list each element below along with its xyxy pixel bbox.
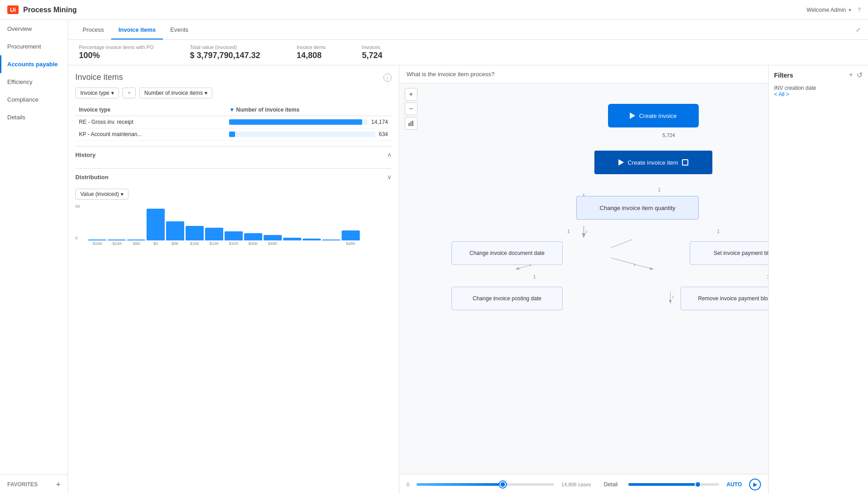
node-change-doc-date[interactable]: Change invoice document date	[451, 241, 563, 265]
bar-1	[108, 240, 126, 240]
process-svg: 1 1 1 1 1	[399, 83, 768, 474]
col-num-items-label: Number of invoice items	[236, 107, 299, 113]
filters-title: Filters	[774, 72, 793, 79]
chart-label-0: -$24K	[88, 241, 106, 246]
filter-inv-creation-date-value[interactable]: < All >	[774, 91, 863, 98]
bar-11	[303, 239, 321, 240]
svg-rect-0	[408, 123, 410, 126]
sidebar-item-procurement[interactable]: Procurement	[0, 38, 68, 55]
invoice-items-table: Invoice type ▼ Number of invoice items R…	[75, 104, 392, 141]
favorites-label: FAVORITES	[7, 481, 38, 488]
panel-title: Invoice items i	[75, 73, 392, 82]
node-remove-payment-block[interactable]: Remove invoice payment block	[681, 287, 768, 310]
play-button[interactable]: ▶	[749, 479, 761, 490]
stat-total-value: Total value (invoiced) $ 3,797,790,147.3…	[190, 44, 260, 60]
change-doc-date-label: Change invoice document date	[470, 250, 544, 256]
tab-process[interactable]: Process	[75, 21, 111, 39]
sidebar-item-overview[interactable]: Overview	[0, 20, 68, 38]
col-num-items[interactable]: ▼ Number of invoice items	[226, 104, 392, 116]
logo-ui-box: Ui	[7, 5, 19, 14]
invoice-items-title: Invoice items	[75, 73, 123, 82]
tab-bar: Process Invoice items Events ⤢	[68, 20, 868, 40]
change-posting-date-label: Change invoice posting date	[473, 295, 541, 302]
svg-line-8	[611, 258, 653, 269]
filters-panel: Filters + ↺ INV creation date < All >	[768, 65, 868, 494]
stat-invoice-items-value: 14,808	[297, 51, 326, 60]
left-panel: Invoice items i Invoice type ▾ +	[68, 65, 399, 494]
node-change-posting-date[interactable]: Change invoice posting date	[451, 287, 563, 310]
row1-bar-fill	[229, 119, 362, 125]
play-triangle-icon	[630, 112, 635, 119]
info-icon[interactable]: i	[383, 73, 392, 82]
edge-label-cii-cq: 1	[658, 187, 661, 192]
chart-label-5: $16K	[186, 241, 204, 246]
stat-invoice-items-label: Invoice items	[297, 44, 326, 50]
history-section-header[interactable]: History ∧	[75, 146, 392, 163]
bar-12	[322, 240, 340, 240]
value-select-label: Value (invoiced)	[80, 191, 119, 197]
svg-rect-2	[412, 121, 413, 126]
welcome-chevron-icon[interactable]: ▾	[848, 7, 851, 13]
chart-label-6: $24K	[205, 241, 223, 246]
chip-add-filter[interactable]: +	[123, 88, 136, 98]
chart-labels: -$24K -$16K -$8K $0 $8K $16K $24K $32K $…	[88, 241, 392, 246]
chip-invoice-type-label: Invoice type	[80, 90, 109, 96]
sidebar: Overview Procurement Accounts payable Ef…	[0, 20, 68, 494]
svg-text:1: 1	[585, 230, 587, 234]
y-label-5k: 5K	[75, 204, 80, 209]
bar-10	[283, 238, 301, 240]
bar-8	[244, 233, 262, 240]
progress-track[interactable]	[417, 483, 554, 486]
play-triangle-icon2	[618, 159, 624, 166]
tab-events[interactable]: Events	[163, 21, 196, 39]
filters-header: Filters + ↺	[774, 71, 863, 79]
node-create-invoice-item[interactable]: Create invoice item	[594, 151, 712, 174]
add-filter-button[interactable]: +	[849, 71, 853, 79]
chart-bars	[88, 204, 392, 240]
expand-icon[interactable]: ⤢	[856, 26, 861, 33]
tab-invoice-items[interactable]: Invoice items	[111, 21, 163, 39]
progress-start-label: 0	[407, 482, 409, 487]
distribution-section-header[interactable]: Distribution ∨	[75, 168, 392, 185]
row1-count: 14,174	[371, 119, 388, 125]
row2-type: KP - Account maintenan...	[75, 128, 226, 141]
node-set-payment-block[interactable]: Set invoice payment block	[690, 241, 768, 265]
help-icon[interactable]: ?	[858, 7, 861, 13]
bar-4	[166, 221, 184, 240]
node-checkbox-icon	[682, 159, 688, 166]
edge-label-5724: 5,724	[662, 132, 675, 138]
sidebar-item-efficiency[interactable]: Efficiency	[0, 73, 68, 91]
logo-area: Ui Process Mining	[7, 5, 77, 14]
value-select[interactable]: Value (invoiced) ▾	[75, 189, 128, 200]
sidebar-item-compliance[interactable]: Compliance	[0, 91, 68, 108]
stat-total-value-label: Total value (invoiced)	[190, 44, 260, 50]
zoom-in-button[interactable]: +	[405, 88, 417, 101]
bar-5	[186, 226, 204, 240]
chart-label-4: $8K	[166, 241, 184, 246]
svg-rect-1	[410, 122, 412, 126]
chip-num-items[interactable]: Number of invoice items ▾	[139, 88, 212, 98]
edge-label-spb-rpb: 1	[767, 274, 768, 279]
chip-invoice-type-arrow: ▾	[111, 90, 114, 96]
chart-label-8: $40K	[244, 241, 262, 246]
chart-label-1: -$16K	[108, 241, 126, 246]
logo-path-text: Process Mining	[23, 6, 77, 14]
history-chevron-icon: ∧	[387, 151, 392, 158]
welcome-text: Welcome Admin	[807, 7, 846, 13]
process-map: 1 1 1 1 1	[399, 83, 768, 474]
zoom-out-button[interactable]: −	[405, 103, 417, 115]
sidebar-item-details[interactable]: Details	[0, 108, 68, 126]
sidebar-item-accounts-payable[interactable]: Accounts payable	[0, 55, 68, 73]
node-create-invoice[interactable]: Create invoice	[608, 104, 699, 127]
row1-type: RE - Gross inv. receipt	[75, 116, 226, 128]
chip-invoice-type[interactable]: Invoice type ▾	[75, 88, 119, 98]
stat-invoice-items: Invoice items 14,808	[297, 44, 326, 60]
reset-filter-button[interactable]: ↺	[857, 71, 863, 79]
chart-view-button[interactable]	[405, 117, 417, 130]
create-invoice-item-label: Create invoice item	[628, 159, 678, 166]
chart-label-12	[322, 241, 340, 246]
favorites-add-icon[interactable]: +	[56, 480, 60, 489]
chart-label-7: $32K	[225, 241, 243, 246]
node-change-quantity[interactable]: Change invoice item quantity	[576, 196, 699, 220]
filters-actions: + ↺	[849, 71, 863, 79]
